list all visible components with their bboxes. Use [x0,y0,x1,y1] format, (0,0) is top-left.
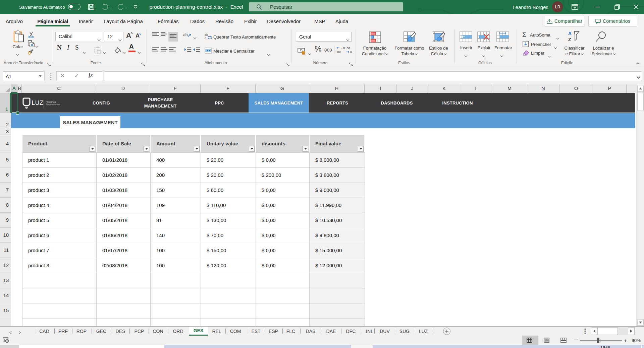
svg-text:.00: .00 [346,47,350,50]
svg-text:Z: Z [568,37,571,42]
svg-text:ab: ab [205,33,208,37]
svg-text:A: A [568,31,572,36]
svg-text:←0: ←0 [340,47,345,50]
svg-text:.00: .00 [336,50,341,54]
svg-text:ab: ab [183,32,188,37]
svg-text:c: c [205,37,206,40]
svg-text:0: 0 [350,50,352,54]
